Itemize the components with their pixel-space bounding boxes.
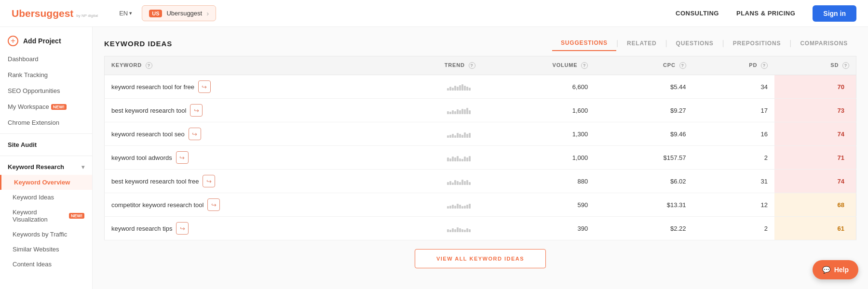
keyword-cell: competitor keyword research tool ↪ bbox=[105, 193, 415, 217]
keyword-cell: best keyword research tool free ↪ bbox=[105, 170, 415, 193]
keyword-text: keyword research tool for free bbox=[111, 83, 194, 91]
cpc-cell: $13.31 bbox=[595, 193, 692, 217]
chrome-extension-label: Chrome Extension bbox=[8, 119, 59, 126]
sd-value: 61 bbox=[833, 223, 849, 234]
svg-rect-68 bbox=[466, 228, 468, 232]
lang-chevron-icon: ▾ bbox=[129, 10, 132, 16]
svg-rect-63 bbox=[454, 229, 456, 232]
tab-suggestions[interactable]: SUGGESTIONS bbox=[552, 36, 616, 51]
keyword-text: keyword research tips bbox=[111, 225, 172, 232]
sd-cell: 73 bbox=[774, 99, 856, 122]
sidebar-sub-keyword-ideas[interactable]: Keyword Ideas bbox=[0, 190, 92, 205]
table-row: best keyword research tool free ↪ 880 $6… bbox=[105, 170, 856, 193]
pd-cell: 2 bbox=[693, 217, 774, 240]
chevron-down-icon: ▾ bbox=[81, 164, 84, 171]
svg-rect-21 bbox=[449, 135, 451, 138]
keyword-cell: keyword research tips ↪ bbox=[105, 217, 415, 240]
svg-rect-25 bbox=[459, 134, 461, 138]
svg-rect-54 bbox=[457, 204, 459, 209]
keyword-link-icon[interactable]: ↪ bbox=[176, 222, 189, 235]
dashboard-label: Dashboard bbox=[8, 55, 39, 63]
tab-comparisons[interactable]: COMPARISONS bbox=[791, 36, 856, 51]
help-button[interactable]: 💬 Help bbox=[813, 260, 858, 279]
svg-rect-45 bbox=[459, 182, 461, 185]
volume-cell: 390 bbox=[505, 217, 595, 240]
site-audit-header[interactable]: Site Audit bbox=[0, 137, 92, 153]
consulting-link[interactable]: CONSULTING bbox=[676, 10, 719, 17]
view-all-button[interactable]: VIEW ALL KEYWORD IDEAS bbox=[415, 249, 546, 268]
keywords-by-traffic-label: Keywords by Traffic bbox=[13, 231, 67, 238]
sd-value: 74 bbox=[833, 176, 849, 186]
cpc-info-icon[interactable]: ? bbox=[679, 62, 686, 69]
svg-rect-4 bbox=[457, 87, 459, 91]
plans-pricing-link[interactable]: PLANS & PRICING bbox=[736, 10, 795, 17]
keyword-link-icon[interactable]: ↪ bbox=[203, 175, 215, 187]
sidebar-item-my-workspace[interactable]: My Workspace NEW! bbox=[0, 99, 92, 115]
svg-rect-61 bbox=[449, 230, 451, 232]
sidebar-sub-similar-websites[interactable]: Similar Websites bbox=[0, 242, 92, 257]
sd-value: 73 bbox=[833, 105, 849, 116]
sd-cell: 71 bbox=[774, 146, 856, 170]
keyword-link-icon[interactable]: ↪ bbox=[198, 80, 211, 93]
add-project[interactable]: + Add Project bbox=[0, 31, 92, 51]
keyword-link-icon[interactable]: ↪ bbox=[190, 104, 203, 117]
tab-prepositions[interactable]: PREPOSITIONS bbox=[724, 36, 790, 51]
keyword-text: keyword research tool seo bbox=[111, 131, 185, 138]
sidebar-item-chrome-extension[interactable]: Chrome Extension bbox=[0, 115, 92, 131]
svg-rect-44 bbox=[457, 181, 459, 185]
svg-rect-18 bbox=[466, 108, 468, 114]
site-selector[interactable]: US Ubersuggest › bbox=[142, 5, 216, 21]
tab-questions[interactable]: QUESTIONS bbox=[667, 36, 722, 51]
sidebar-sub-keyword-visualization[interactable]: Keyword Visualization NEW! bbox=[0, 205, 92, 227]
svg-rect-50 bbox=[447, 206, 449, 209]
sign-in-button[interactable]: Sign in bbox=[813, 5, 856, 22]
svg-rect-14 bbox=[457, 109, 459, 114]
svg-rect-47 bbox=[464, 181, 466, 185]
trend-cell bbox=[415, 193, 504, 217]
svg-rect-33 bbox=[454, 158, 456, 161]
svg-rect-7 bbox=[464, 86, 466, 91]
keyword-info-icon[interactable]: ? bbox=[146, 62, 152, 69]
table-row: keyword research tool for free ↪ 6,600 $… bbox=[105, 75, 856, 99]
my-workspace-label: My Workspace bbox=[8, 103, 49, 110]
sidebar-item-seo-opportunities[interactable]: SEO Opportunities bbox=[0, 83, 92, 99]
sidebar-item-rank-tracking[interactable]: Rank Tracking bbox=[0, 67, 92, 83]
sidebar-sub-keywords-by-traffic[interactable]: Keywords by Traffic bbox=[0, 227, 92, 242]
sd-cell: 68 bbox=[774, 193, 856, 217]
logo: Ubersuggest by NP digital bbox=[12, 8, 98, 19]
keyword-research-header[interactable]: Keyword Research ▾ bbox=[0, 159, 92, 175]
svg-rect-39 bbox=[469, 156, 471, 161]
col-pd: PD ? bbox=[693, 56, 774, 75]
trend-info-icon[interactable]: ? bbox=[469, 62, 475, 69]
sidebar-item-dashboard[interactable]: Dashboard bbox=[0, 51, 92, 67]
svg-rect-3 bbox=[454, 86, 456, 91]
keyword-text: best keyword research tool bbox=[111, 107, 186, 114]
keyword-link-icon[interactable]: ↪ bbox=[207, 198, 220, 211]
svg-rect-55 bbox=[459, 205, 461, 209]
trend-cell bbox=[415, 170, 504, 193]
lang-selector[interactable]: EN ▾ bbox=[119, 10, 132, 17]
svg-rect-17 bbox=[464, 109, 466, 114]
sd-value: 71 bbox=[833, 153, 849, 163]
keyword-link-icon[interactable]: ↪ bbox=[189, 128, 201, 140]
volume-info-icon[interactable]: ? bbox=[581, 62, 588, 69]
volume-cell: 1,600 bbox=[505, 99, 595, 122]
keyword-overview-label: Keyword Overview bbox=[14, 179, 70, 186]
sd-info-icon[interactable]: ? bbox=[842, 62, 849, 69]
keyword-cell: keyword tool adwords ↪ bbox=[105, 146, 415, 170]
tab-related[interactable]: RELATED bbox=[618, 36, 665, 51]
pd-info-icon[interactable]: ? bbox=[761, 62, 768, 69]
keyword-research-label: Keyword Research bbox=[8, 163, 64, 171]
seo-opportunities-label: SEO Opportunities bbox=[8, 87, 60, 94]
site-flag: US bbox=[149, 10, 162, 17]
svg-rect-46 bbox=[461, 180, 463, 185]
keyword-link-icon[interactable]: ↪ bbox=[176, 151, 189, 164]
svg-rect-57 bbox=[464, 206, 466, 209]
sidebar-sub-content-ideas[interactable]: Content Ideas bbox=[0, 257, 92, 272]
trend-cell bbox=[415, 217, 504, 240]
pd-cell: 34 bbox=[693, 75, 774, 99]
trend-cell bbox=[415, 99, 504, 122]
svg-rect-41 bbox=[449, 181, 451, 185]
sidebar-sub-keyword-overview[interactable]: Keyword Overview bbox=[0, 175, 92, 190]
table-row: keyword research tips ↪ 390 $2.22 2 61 bbox=[105, 217, 856, 240]
